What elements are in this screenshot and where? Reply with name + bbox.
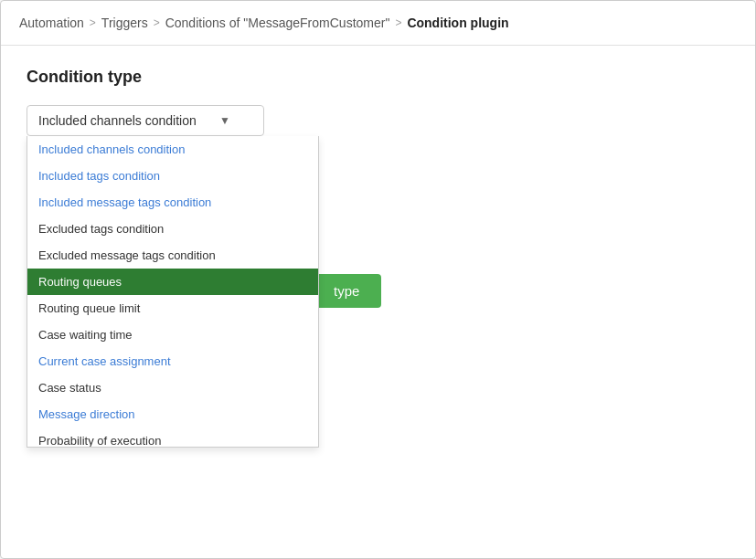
main-content: Condition type Included channels conditi… — [1, 46, 755, 558]
breadcrumb-triggers[interactable]: Triggers — [101, 16, 148, 30]
breadcrumb-sep-3: > — [395, 16, 401, 29]
dropdown-item[interactable]: Included tags condition — [27, 163, 318, 189]
breadcrumb-sep-1: > — [90, 16, 96, 29]
dropdown-item[interactable]: Excluded message tags condition — [27, 242, 318, 269]
condition-type-select-wrapper: Included channels condition ▼ Included c… — [27, 105, 264, 136]
dropdown-item[interactable]: Case status — [27, 374, 318, 401]
breadcrumb: Automation > Triggers > Conditions of "M… — [1, 1, 755, 46]
dropdown-item[interactable]: Routing queue limit — [27, 295, 318, 322]
dropdown-item[interactable]: Probability of execution — [27, 427, 318, 447]
dropdown-item[interactable]: Case waiting time — [27, 322, 318, 348]
select-value: Included channels condition — [38, 113, 197, 128]
section-title: Condition type — [27, 68, 729, 87]
dropdown-item[interactable]: Included channels condition — [27, 136, 318, 163]
chevron-down-icon: ▼ — [219, 114, 230, 127]
dropdown-item[interactable]: Current case assignment — [27, 348, 318, 374]
dropdown-item[interactable]: Excluded tags condition — [27, 216, 318, 242]
condition-type-select[interactable]: Included channels condition ▼ — [27, 105, 264, 136]
breadcrumb-automation[interactable]: Automation — [19, 16, 84, 30]
breadcrumb-sep-2: > — [154, 16, 160, 29]
dropdown-item[interactable]: Routing queues — [27, 269, 318, 295]
dropdown-item[interactable]: Included message tags condition — [27, 189, 318, 216]
dropdown-item[interactable]: Message direction — [27, 401, 318, 427]
type-button[interactable]: type — [312, 274, 381, 308]
app-window: Automation > Triggers > Conditions of "M… — [0, 0, 756, 559]
dropdown-menu: Included channels conditionIncluded tags… — [27, 136, 319, 448]
dropdown-list[interactable]: Included channels conditionIncluded tags… — [27, 136, 318, 447]
breadcrumb-conditions[interactable]: Conditions of "MessageFromCustomer" — [165, 16, 390, 30]
breadcrumb-current: Condition plugin — [407, 16, 508, 30]
